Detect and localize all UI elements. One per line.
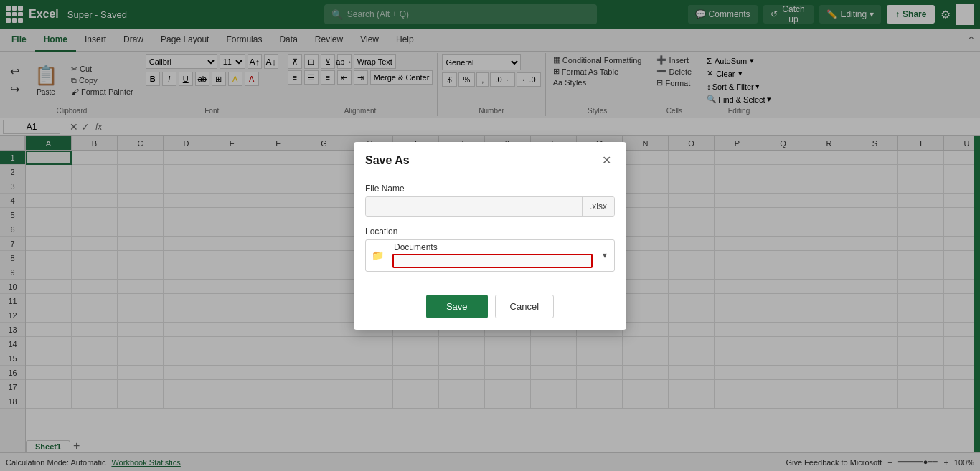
location-label: Location — [365, 227, 615, 237]
cancel-button[interactable]: Cancel — [495, 295, 554, 318]
file-name-input[interactable] — [366, 197, 582, 216]
folder-icon: 📁 — [366, 245, 390, 265]
modal-overlay: Save As ✕ File Name .xlsx Location 📁 Doc… — [0, 0, 980, 471]
location-main-text: Documents — [390, 242, 595, 252]
modal-body: File Name .xlsx Location 📁 Documents ▾ — [354, 176, 626, 295]
location-sub-input[interactable] — [392, 254, 593, 268]
modal-header: Save As ✕ — [354, 142, 626, 176]
location-chevron-icon[interactable]: ▾ — [595, 246, 614, 265]
location-dropdown[interactable]: 📁 Documents ▾ — [365, 239, 615, 272]
save-button[interactable]: Save — [426, 295, 488, 318]
modal-title: Save As — [365, 154, 410, 167]
modal-close-button[interactable]: ✕ — [598, 152, 615, 169]
save-as-dialog: Save As ✕ File Name .xlsx Location 📁 Doc… — [354, 142, 626, 330]
file-name-label: File Name — [365, 184, 615, 194]
file-name-row: .xlsx — [365, 196, 615, 217]
location-text-area: Documents — [390, 240, 595, 271]
file-extension: .xlsx — [582, 197, 614, 216]
modal-footer: Save Cancel — [354, 295, 626, 330]
